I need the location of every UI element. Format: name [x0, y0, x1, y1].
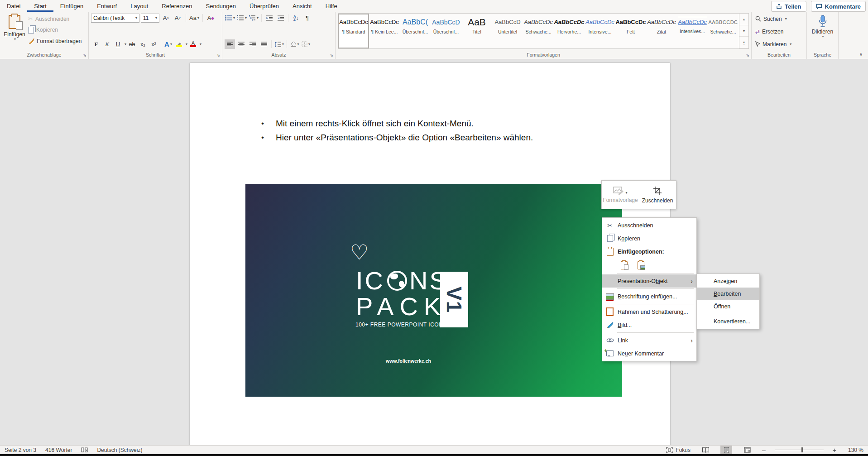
tab-entwurf[interactable]: Entwurf — [90, 0, 124, 12]
context-link[interactable]: Link › — [602, 334, 696, 347]
submenu-open[interactable]: Öffnen — [697, 300, 759, 313]
style-untertitel[interactable]: AaBbCcDUntertitel — [492, 14, 523, 48]
numbered-list-button[interactable]: ▾ — [236, 13, 247, 23]
superscript-button[interactable]: x² — [149, 39, 159, 49]
collapse-ribbon-icon[interactable]: ∧ — [859, 52, 863, 57]
change-case-button[interactable]: Aa▾ — [189, 13, 200, 23]
style-fett[interactable]: AaBbCcDcFett — [615, 14, 646, 48]
style-schwache-hervorhebung[interactable]: AaBbCcDcSchwache... — [523, 14, 554, 48]
select-button[interactable]: Markieren▾ — [754, 39, 804, 49]
tab-hilfe[interactable]: Hilfe — [319, 0, 344, 12]
style-schwacher-verweis[interactable]: AABBCCDCSchwache... — [708, 14, 739, 48]
comments-button[interactable]: Kommentare — [811, 1, 866, 12]
multilevel-list-button[interactable]: ▾ — [248, 13, 259, 23]
word-count[interactable]: 416 Wörter — [45, 447, 72, 453]
font-family-combobox[interactable]: Calibri (Textk ▾ — [91, 14, 139, 23]
context-new-comment[interactable]: + Neuer Kommentar — [602, 347, 696, 360]
font-color-button[interactable]: A — [188, 39, 198, 49]
document-canvas[interactable]: • Mit einem rechts-Klick öffnet sich ein… — [0, 59, 868, 446]
context-picture[interactable]: Bild... — [602, 318, 696, 331]
share-button[interactable]: Teilen — [771, 1, 806, 12]
font-color-dropdown-icon[interactable]: ▾ — [200, 43, 201, 46]
style-intensive-hervorhebung[interactable]: AaBbCcDcIntensive... — [585, 14, 615, 48]
proofing-status-icon[interactable] — [81, 447, 88, 453]
zoom-percentage[interactable]: 130 % — [845, 447, 863, 453]
tab-ueberpruefen[interactable]: Überprüfen — [243, 0, 286, 12]
tab-start[interactable]: Start — [27, 0, 53, 12]
zoom-in-button[interactable]: + — [833, 446, 836, 454]
web-layout-button[interactable] — [741, 446, 753, 454]
underline-button[interactable]: U — [113, 39, 123, 49]
context-copy[interactable]: Kopieren — [602, 232, 696, 245]
submenu-convert[interactable]: Konvertieren... — [697, 315, 759, 328]
tab-referenzen[interactable]: Referenzen — [155, 0, 199, 12]
shading-button[interactable]: ▾ — [289, 39, 300, 49]
submenu-show[interactable]: Anzeigen — [697, 275, 759, 288]
borders-button[interactable]: ▾ — [301, 39, 311, 49]
style-standard[interactable]: AaBbCcDc¶ Standard — [338, 14, 369, 48]
subscript-button[interactable]: x₂ — [138, 39, 148, 49]
styles-scroll-up-button[interactable]: ▴ — [739, 14, 748, 25]
increase-indent-button[interactable] — [275, 13, 286, 23]
embedded-presentation-image[interactable]: ♡ IC NS PACK V1 100+ FREE POWERPOINT ICO… — [245, 184, 622, 397]
style-titel[interactable]: AaBTitel — [461, 14, 492, 48]
context-cut[interactable]: ✂ Ausschneiden — [602, 219, 696, 232]
style-intensives-zitat[interactable]: AaBbCcDcIntensives... — [677, 14, 708, 48]
styles-more-button[interactable]: ▾̲ — [739, 37, 748, 48]
style-kein-leerraum[interactable]: AaBbCcDc¶ Kein Lee... — [369, 14, 400, 48]
style-zitat[interactable]: AaBbCcDcZitat — [646, 14, 677, 48]
sort-button[interactable]: AZ ↓ — [291, 13, 301, 23]
replace-button[interactable]: ⇄ Ersetzen — [754, 27, 804, 36]
tab-sendungen[interactable]: Sendungen — [199, 0, 243, 12]
style-hervorhebung[interactable]: AaBbCcDcHervorhe... — [554, 14, 585, 48]
cut-button[interactable]: ✂ Ausschneiden — [27, 14, 83, 24]
page-indicator[interactable]: Seite 2 von 3 — [5, 447, 36, 453]
tab-ansicht[interactable]: Ansicht — [286, 0, 319, 12]
find-button[interactable]: Suchen▾ — [754, 14, 804, 24]
language-indicator[interactable]: Deutsch (Schweiz) — [97, 447, 142, 453]
align-center-button[interactable] — [236, 39, 246, 49]
underline-dropdown-icon[interactable]: ▾ — [125, 43, 126, 46]
decrease-indent-button[interactable] — [264, 13, 274, 23]
context-borders-shading[interactable]: Rahmen und Schattierung... — [602, 305, 696, 318]
shrink-font-button[interactable]: A˅ — [173, 13, 183, 23]
paste-keep-formatting-button[interactable] — [618, 259, 630, 272]
clear-formatting-button[interactable]: A◆ — [206, 13, 216, 23]
picture-style-button[interactable]: ▾ Formatvorlage — [602, 181, 639, 209]
dictate-dropdown-icon[interactable]: ▾ — [822, 35, 824, 38]
paste-button[interactable]: Einfügen ▾ — [2, 13, 27, 41]
align-right-button[interactable] — [247, 39, 258, 49]
line-spacing-button[interactable]: ▾ — [274, 39, 284, 49]
show-paragraph-marks-button[interactable]: ¶ — [302, 13, 312, 23]
bullet-list-button[interactable]: ▾ — [225, 13, 235, 23]
tab-datei[interactable]: Datei — [0, 0, 27, 12]
submenu-edit[interactable]: Bearbeiten — [697, 288, 759, 300]
crop-button[interactable]: Zuschneiden — [639, 181, 676, 209]
highlight-color-button[interactable] — [174, 39, 184, 49]
read-mode-button[interactable] — [700, 446, 711, 454]
align-left-button[interactable] — [225, 39, 235, 49]
text-effects-button[interactable]: A▾ — [163, 39, 173, 49]
style-ueberschrift2[interactable]: AaBbCcDÜberschrif... — [431, 14, 461, 48]
context-insert-caption[interactable]: Beschriftung einfügen... — [602, 290, 696, 303]
styles-scroll-down-button[interactable]: ▾ — [739, 25, 748, 37]
tab-layout[interactable]: Layout — [124, 0, 155, 12]
print-layout-button[interactable] — [720, 446, 732, 454]
italic-button[interactable]: K — [102, 39, 112, 49]
justify-button[interactable] — [259, 39, 269, 49]
bold-button[interactable]: F — [91, 39, 101, 49]
highlight-dropdown-icon[interactable]: ▾ — [186, 43, 187, 46]
document-page[interactable]: • Mit einem rechts-Klick öffnet sich ein… — [190, 63, 670, 456]
tab-einfuegen[interactable]: Einfügen — [53, 0, 90, 12]
format-painter-button[interactable]: Format übertragen — [27, 36, 83, 46]
style-ueberschrift1[interactable]: AaBbC(Überschrif... — [400, 14, 431, 48]
paste-dropdown-icon[interactable]: ▾ — [14, 38, 16, 41]
zoom-out-button[interactable]: – — [762, 446, 766, 454]
context-presentation-object[interactable]: Presentation-Objekt › — [602, 274, 696, 288]
grow-font-button[interactable]: A˄ — [161, 13, 171, 23]
focus-mode-button[interactable]: Fokus — [666, 447, 691, 453]
strikethrough-button[interactable]: ab — [127, 39, 137, 49]
copy-button[interactable]: Kopieren — [27, 25, 83, 35]
font-size-combobox[interactable]: 11 ▾ — [141, 14, 159, 23]
zoom-slider-thumb[interactable] — [801, 447, 803, 452]
